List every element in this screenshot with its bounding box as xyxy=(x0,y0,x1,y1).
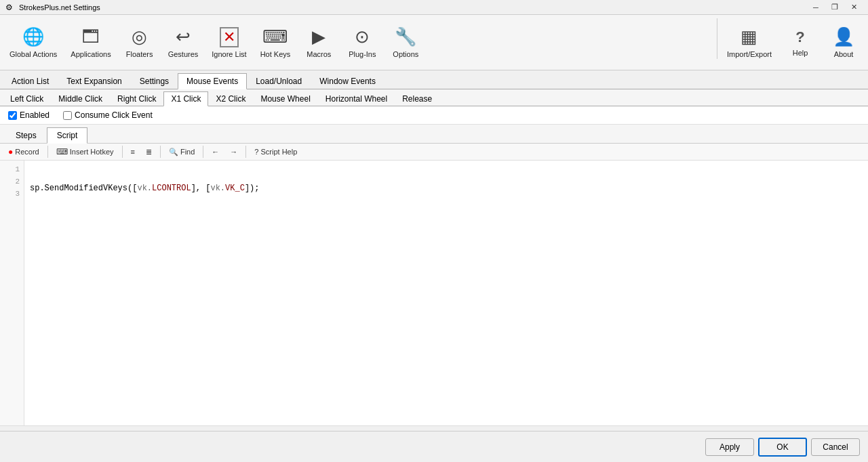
enabled-label: Enabled xyxy=(20,110,50,120)
toolbar-about[interactable]: 👤 About xyxy=(822,18,865,67)
toolbar-global-actions-label: Global Actions xyxy=(9,50,57,58)
outdent-button[interactable]: ≣ xyxy=(142,146,156,158)
subtab-script[interactable]: Script xyxy=(47,127,88,144)
toolbar-gestures[interactable]: ↩ Gestures xyxy=(161,18,205,67)
options-row: Enabled Consume Click Event xyxy=(0,106,868,125)
outdent-icon: ≣ xyxy=(146,148,152,156)
options-icon: 🔧 xyxy=(395,26,416,47)
tab-right-click[interactable]: Right Click xyxy=(110,91,163,106)
record-button[interactable]: ● Record xyxy=(4,146,43,158)
ok-button[interactable]: OK xyxy=(758,438,807,457)
indent-button[interactable]: ≡ xyxy=(127,146,139,157)
subtab-steps[interactable]: Steps xyxy=(5,127,47,144)
content-area: Steps Script ● Record ⌨ Insert Hotkey ≡ … xyxy=(0,125,868,431)
toolbar-import-export-label: Import/Export xyxy=(727,50,772,58)
mouse-events-tabbar: Left Click Middle Click Right Click X1 C… xyxy=(0,89,868,106)
line-numbers: 1 2 3 xyxy=(0,161,24,425)
tab-mouse-wheel[interactable]: Mouse Wheel xyxy=(253,91,317,106)
consume-checkbox-label[interactable]: Consume Click Event xyxy=(63,110,153,120)
about-icon: 👤 xyxy=(833,26,854,47)
script-help-button[interactable]: ? Script Help xyxy=(250,146,301,157)
toolbar-gestures-label: Gestures xyxy=(168,50,199,58)
toolbar-hot-keys-label: Hot Keys xyxy=(260,50,291,58)
tab-load-unload[interactable]: Load/Unload xyxy=(247,73,311,89)
toolbar-help[interactable]: ? Help xyxy=(778,18,822,67)
cancel-button[interactable]: Cancel xyxy=(811,438,860,456)
toolbar-import-export[interactable]: ▦ Import/Export xyxy=(720,18,778,67)
help-icon: ? xyxy=(795,28,804,46)
toolbar-floaters-label: Floaters xyxy=(126,50,153,58)
toolbar-plug-ins-label: Plug-Ins xyxy=(349,50,376,58)
toolbar-sep-5 xyxy=(245,146,246,158)
code-line-3 xyxy=(30,245,863,257)
restore-button[interactable]: ❐ xyxy=(826,1,844,14)
minimize-button[interactable]: ─ xyxy=(807,1,825,14)
script-help-icon: ? xyxy=(254,148,258,156)
nav-back-button[interactable]: ← xyxy=(208,146,223,157)
subtab-bar: Steps Script xyxy=(0,125,868,144)
tab-mouse-events[interactable]: Mouse Events xyxy=(178,73,247,89)
toolbar-sep xyxy=(717,18,717,59)
record-label: Record xyxy=(15,148,39,156)
toolbar-options[interactable]: 🔧 Options xyxy=(384,18,427,67)
toolbar-hot-keys[interactable]: ⌨ Hot Keys xyxy=(254,18,298,67)
apply-button[interactable]: Apply xyxy=(705,438,754,456)
nav-back-icon: ← xyxy=(212,148,219,156)
nav-forward-button[interactable]: → xyxy=(226,146,241,157)
hot-keys-icon: ⌨ xyxy=(262,26,288,47)
macros-icon: ▶ xyxy=(312,26,326,47)
tab-left-click[interactable]: Left Click xyxy=(3,91,51,106)
consume-checkbox[interactable] xyxy=(63,111,72,120)
tab-action-list[interactable]: Action List xyxy=(3,73,58,89)
tab-window-events[interactable]: Window Events xyxy=(311,73,384,89)
toolbar-plug-ins[interactable]: ⊙ Plug-Ins xyxy=(340,18,384,67)
floaters-icon: ◎ xyxy=(132,26,147,47)
tab-middle-click[interactable]: Middle Click xyxy=(51,91,110,106)
code-content[interactable]: sp.SendModifiedVKeys([vk.LCONTROL], [vk.… xyxy=(24,161,868,425)
insert-hotkey-icon: ⌨ xyxy=(56,147,68,156)
toolbar-help-label: Help xyxy=(793,49,808,57)
code-line-1: sp.SendModifiedVKeys([vk.LCONTROL], [vk.… xyxy=(30,182,863,194)
toolbar-right: ▦ Import/Export ? Help 👤 About xyxy=(714,18,865,67)
toolbar-global-actions[interactable]: 🌐 Global Actions xyxy=(3,18,64,67)
ignore-list-icon: ✕ xyxy=(220,27,239,47)
global-actions-icon: 🌐 xyxy=(22,26,44,47)
find-button[interactable]: 🔍 Find xyxy=(165,146,199,158)
toolbar-ignore-list-label: Ignore List xyxy=(212,50,246,58)
tab-x2-click[interactable]: X2 Click xyxy=(208,91,253,106)
nav-forward-icon: → xyxy=(230,148,237,156)
enabled-checkbox[interactable] xyxy=(8,111,17,120)
enabled-checkbox-label[interactable]: Enabled xyxy=(8,110,50,120)
code-editor[interactable]: 1 2 3 sp.SendModifiedVKeys([vk.LCONTROL]… xyxy=(0,161,868,425)
script-help-label: Script Help xyxy=(260,148,297,156)
toolbar-macros-label: Macros xyxy=(307,50,331,58)
indent-icon: ≡ xyxy=(131,148,135,156)
main-toolbar: 🌐 Global Actions 🗔 Applications ◎ Floate… xyxy=(0,15,868,70)
toolbar-applications[interactable]: 🗔 Applications xyxy=(64,18,117,67)
toolbar-floaters[interactable]: ◎ Floaters xyxy=(118,18,161,67)
toolbar-sep-3 xyxy=(160,146,161,158)
code-line-2 xyxy=(30,213,863,226)
tab-horizontal-wheel[interactable]: Horizontal Wheel xyxy=(318,91,395,106)
tab-release[interactable]: Release xyxy=(395,91,439,106)
gestures-icon: ↩ xyxy=(176,26,191,47)
insert-hotkey-button[interactable]: ⌨ Insert Hotkey xyxy=(52,146,118,158)
import-export-icon: ▦ xyxy=(741,26,757,47)
find-icon: 🔍 xyxy=(169,148,178,156)
titlebar-title: StrokesPlus.net Settings xyxy=(19,3,807,12)
toolbar-options-label: Options xyxy=(393,50,418,58)
tab-settings[interactable]: Settings xyxy=(131,73,178,89)
app-icon: ⚙ xyxy=(5,3,15,12)
toolbar-macros[interactable]: ▶ Macros xyxy=(297,18,340,67)
record-icon: ● xyxy=(8,147,13,156)
tab-text-expansion[interactable]: Text Expansion xyxy=(58,73,130,89)
close-button[interactable]: ✕ xyxy=(845,1,863,14)
toolbar-sep-1 xyxy=(47,146,48,158)
toolbar-sep-4 xyxy=(203,146,203,158)
scrollbar-area[interactable] xyxy=(0,425,868,431)
script-toolbar: ● Record ⌨ Insert Hotkey ≡ ≣ 🔍 Find ← → … xyxy=(0,144,868,161)
tab-x1-click[interactable]: X1 Click xyxy=(163,91,208,106)
titlebar: ⚙ StrokesPlus.net Settings ─ ❐ ✕ xyxy=(0,0,868,15)
toolbar-ignore-list[interactable]: ✕ Ignore List xyxy=(205,18,253,67)
insert-hotkey-label: Insert Hotkey xyxy=(70,148,114,156)
